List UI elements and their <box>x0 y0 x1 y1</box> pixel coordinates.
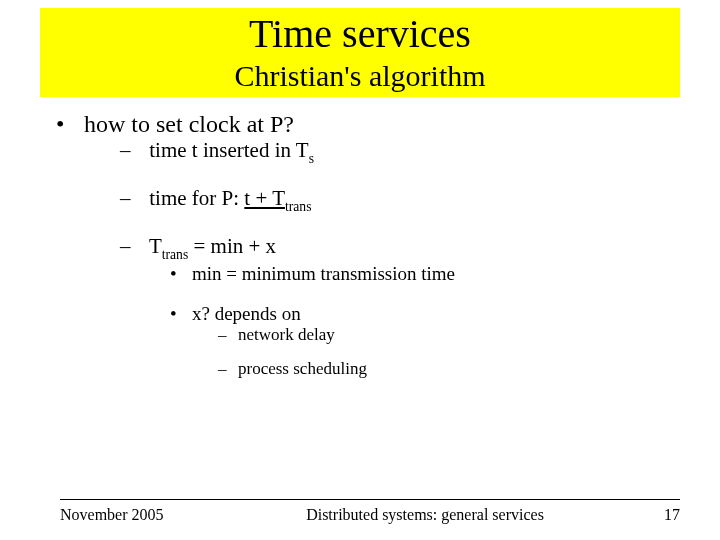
bullet-level4: network delay <box>218 325 660 345</box>
footer-source: Distributed systems: general services <box>230 506 620 524</box>
footer-page-number: 17 <box>620 506 680 524</box>
bullet-text: how to set clock at P? <box>84 111 294 137</box>
bullet-text: process scheduling <box>238 359 367 378</box>
bullet-level2: time for P: t + Ttrans <box>120 186 660 214</box>
bullet-level3: min = minimum transmission time <box>170 263 660 285</box>
subscript: trans <box>162 247 189 262</box>
slide-title: Time services <box>40 10 680 57</box>
slide-body: how to set clock at P? time t inserted i… <box>60 111 660 379</box>
slide-footer: November 2005 Distributed systems: gener… <box>60 499 680 524</box>
subscript: s <box>309 151 314 166</box>
footer-date: November 2005 <box>60 506 230 524</box>
footer-rule <box>60 499 680 500</box>
bullet-text: x? depends on <box>192 303 301 324</box>
bullet-level2: Ttrans = min + x min = minimum transmiss… <box>120 234 660 378</box>
title-band: Time services Christian's algorithm <box>40 8 680 97</box>
underlined-text: t + Ttrans <box>244 186 311 210</box>
bullet-text: network delay <box>238 325 335 344</box>
bullet-level2: time t inserted in Ts <box>120 138 660 166</box>
subscript: trans <box>285 199 312 214</box>
bullet-level4: process scheduling <box>218 359 660 379</box>
bullet-text: min = minimum transmission time <box>192 263 455 284</box>
bullet-text: time for P: <box>149 186 244 210</box>
slide-subtitle: Christian's algorithm <box>40 59 680 93</box>
bullet-level3: x? depends on network delay process sche… <box>170 303 660 379</box>
bullet-level1: how to set clock at P? time t inserted i… <box>60 111 660 379</box>
bullet-text: = min + x <box>188 234 276 258</box>
bullet-text: time t inserted in T <box>149 138 308 162</box>
bullet-text: T <box>149 234 162 258</box>
